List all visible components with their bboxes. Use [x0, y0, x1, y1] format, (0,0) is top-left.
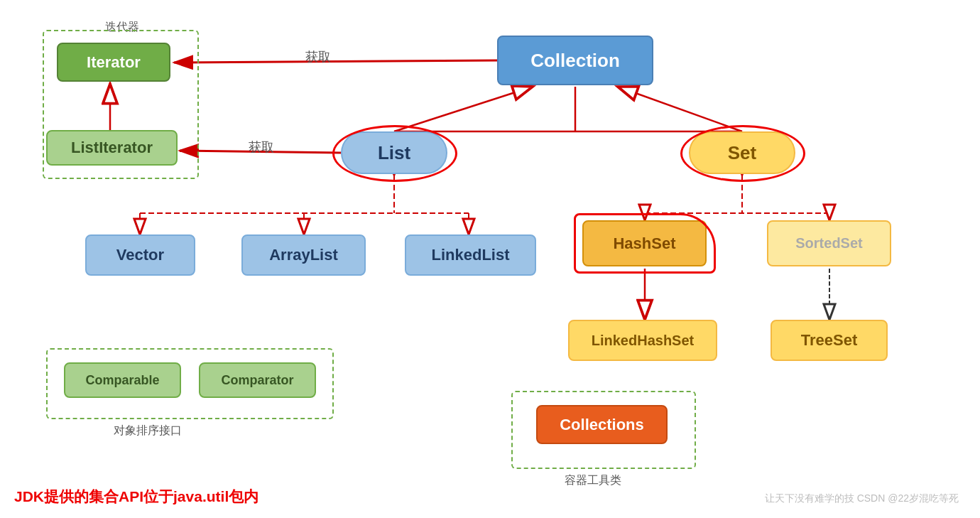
iterator-node: Iterator	[57, 43, 170, 82]
bottom-text: JDK提供的集合API位于java.util包内	[14, 487, 258, 507]
comparator-node: Comparator	[199, 362, 316, 398]
sorted-set-node: SortedSet	[767, 220, 891, 266]
collections-node: Collections	[536, 405, 668, 444]
svg-line-3	[174, 60, 497, 63]
svg-line-5	[618, 87, 742, 131]
tree-set-node: TreeSet	[771, 320, 888, 361]
sort-interface-label: 对象排序接口	[114, 423, 182, 438]
set-red-highlight	[680, 125, 805, 182]
watermark-text: 让天下没有难学的技 CSDN @22岁混吃等死	[765, 492, 959, 505]
array-list-node: ArrayList	[241, 234, 366, 276]
list-iterator-node: ListIterator	[46, 130, 178, 166]
list-red-highlight	[332, 125, 457, 182]
linked-hash-set-node: LinkedHashSet	[568, 320, 717, 361]
collection-node: Collection	[497, 36, 653, 85]
get-iterator-label: 获取	[305, 48, 331, 65]
hashset-red-highlight	[574, 213, 716, 274]
diagram-container: 迭代器 Iterator ListIterator Collection 获取 …	[0, 0, 980, 518]
svg-line-4	[394, 87, 533, 131]
container-util-label: 容器工具类	[565, 473, 621, 488]
vector-node: Vector	[85, 234, 195, 276]
comparable-node: Comparable	[64, 362, 181, 398]
get-list-iterator-label: 获取	[249, 139, 274, 156]
linked-list-node: LinkedList	[405, 234, 536, 276]
